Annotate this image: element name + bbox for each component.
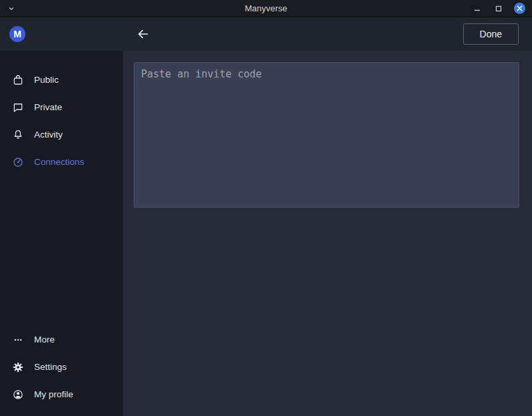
app-header-left: M — [0, 26, 123, 42]
chevron-down-icon[interactable] — [7, 4, 16, 13]
sidebar-item-activity[interactable]: Activity — [0, 121, 123, 148]
sidebar-item-connections[interactable]: Connections — [0, 148, 123, 176]
sidebar-item-label: Public — [34, 75, 59, 85]
logo-letter: M — [13, 29, 21, 39]
sidebar: Public Private Activity — [0, 51, 123, 416]
app-logo[interactable]: M — [9, 26, 25, 42]
app-header: M Done — [0, 17, 532, 51]
sidebar-item-private[interactable]: Private — [0, 93, 123, 121]
person-icon — [11, 388, 25, 401]
sidebar-item-label: More — [34, 335, 55, 345]
sidebar-item-more[interactable]: More — [0, 326, 123, 353]
sidebar-item-settings[interactable]: Settings — [0, 353, 123, 381]
manyverse-window: Manyverse M Done — [0, 0, 532, 416]
invite-code-input[interactable] — [134, 62, 519, 208]
window-title: Manyverse — [0, 3, 532, 13]
more-dots-icon — [11, 333, 25, 347]
body: Public Private Activity — [0, 51, 532, 416]
public-bag-icon — [11, 73, 25, 87]
sidebar-bottom: More — [0, 326, 123, 408]
sidebar-item-label: Settings — [34, 362, 67, 372]
content-area — [123, 51, 532, 416]
gear-icon — [11, 361, 25, 374]
restore-button[interactable] — [493, 3, 505, 15]
done-button[interactable]: Done — [463, 23, 519, 45]
sidebar-item-public[interactable]: Public — [0, 66, 123, 93]
bell-icon — [11, 128, 25, 142]
arrow-left-icon — [136, 27, 150, 41]
sidebar-item-label: Private — [34, 102, 62, 112]
back-button[interactable] — [134, 25, 152, 43]
titlebar-menu[interactable] — [0, 4, 16, 13]
sidebar-item-label: Connections — [34, 157, 84, 167]
close-button[interactable] — [514, 3, 525, 14]
connections-icon — [11, 156, 25, 169]
minimize-button[interactable] — [471, 3, 483, 15]
message-icon — [11, 101, 25, 114]
window-controls — [471, 3, 532, 15]
sidebar-item-my-profile[interactable]: My profile — [0, 381, 123, 408]
titlebar: Manyverse — [0, 0, 532, 17]
sidebar-item-label: Activity — [34, 130, 63, 140]
sidebar-item-label: My profile — [34, 389, 74, 399]
